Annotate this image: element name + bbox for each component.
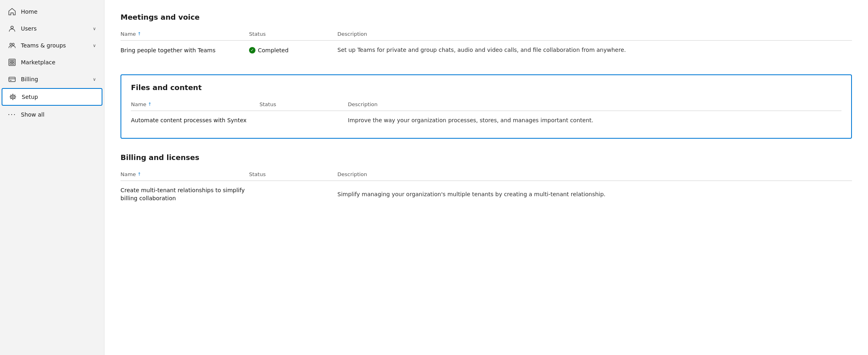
section-files-content: Files and contentName ↑StatusDescription… — [120, 74, 852, 139]
table-header-meetings-voice: Name ↑StatusDescription — [120, 28, 852, 41]
users-chevron-icon: ∨ — [93, 26, 96, 31]
svg-point-1 — [10, 43, 12, 45]
sidebar-item-label-teams-groups: Teams & groups — [21, 42, 88, 49]
col-header-status-meetings-voice: Status — [249, 31, 337, 37]
sort-arrow-icon: ↑ — [148, 102, 151, 107]
sidebar-item-home[interactable]: Home — [2, 4, 102, 20]
sidebar-item-teams-groups[interactable]: Teams & groups∨ — [2, 37, 102, 53]
svg-rect-6 — [10, 63, 12, 64]
table-row-meetings-voice-0[interactable]: Bring people together with TeamsComplete… — [120, 41, 852, 60]
billing-icon — [8, 75, 16, 83]
cell-description-files-content-0: Improve the way your organization proces… — [348, 117, 841, 125]
teams-groups-chevron-icon: ∨ — [93, 43, 96, 48]
cell-name-meetings-voice-0: Bring people together with Teams — [120, 47, 249, 53]
col-header-status-billing-licenses: Status — [249, 171, 337, 177]
col-name-label: Name — [120, 31, 136, 37]
sidebar-item-users[interactable]: Users∨ — [2, 21, 102, 37]
cell-description-meetings-voice-0: Set up Teams for private and group chats… — [337, 46, 852, 54]
section-title-files-content: Files and content — [131, 83, 841, 92]
svg-point-0 — [11, 26, 13, 29]
svg-point-9 — [12, 96, 14, 98]
section-title-meetings-voice: Meetings and voice — [120, 13, 852, 21]
table-header-files-content: Name ↑StatusDescription — [131, 98, 841, 111]
sidebar: HomeUsers∨Teams & groups∨MarketplaceBill… — [0, 0, 104, 355]
billing-chevron-icon: ∨ — [93, 77, 96, 82]
sidebar-item-setup[interactable]: Setup — [2, 88, 102, 106]
setup-icon — [9, 93, 17, 101]
col-name-label: Name — [131, 101, 146, 107]
col-header-name-billing-licenses: Name ↑ — [120, 171, 249, 177]
cell-description-billing-licenses-0: Simplify managing your organization's mu… — [337, 191, 852, 199]
sidebar-item-billing[interactable]: Billing∨ — [2, 71, 102, 87]
sort-arrow-icon: ↑ — [137, 172, 141, 177]
sidebar-item-show-all[interactable]: ···Show all — [2, 107, 102, 123]
completed-status-icon — [249, 47, 255, 53]
section-title-billing-licenses: Billing and licenses — [120, 153, 852, 162]
sidebar-item-label-setup: Setup — [22, 94, 95, 100]
users-icon — [8, 25, 16, 33]
col-header-name-files-content: Name ↑ — [131, 101, 259, 107]
table-row-billing-licenses-0[interactable]: Create multi-tenant relationships to sim… — [120, 181, 852, 208]
col-header-description-meetings-voice: Description — [337, 31, 852, 37]
col-name-label: Name — [120, 171, 136, 177]
status-label: Completed — [258, 47, 288, 53]
teams-groups-icon — [8, 41, 16, 49]
section-meetings-voice: Meetings and voiceName ↑StatusDescriptio… — [120, 13, 852, 60]
svg-rect-5 — [12, 60, 14, 62]
sort-arrow-icon: ↑ — [137, 31, 141, 37]
table-header-billing-licenses: Name ↑StatusDescription — [120, 168, 852, 181]
sidebar-item-marketplace[interactable]: Marketplace — [2, 54, 102, 70]
section-billing-licenses: Billing and licensesName ↑StatusDescript… — [120, 153, 852, 208]
home-icon — [8, 8, 16, 16]
sidebar-item-label-marketplace: Marketplace — [21, 59, 96, 66]
sidebar-item-label-home: Home — [21, 8, 96, 15]
col-header-name-meetings-voice: Name ↑ — [120, 31, 249, 37]
marketplace-icon — [8, 58, 16, 66]
table-row-files-content-0[interactable]: Automate content processes with SyntexIm… — [131, 111, 841, 130]
main-content: Meetings and voiceName ↑StatusDescriptio… — [104, 0, 868, 355]
svg-rect-8 — [9, 77, 15, 82]
col-header-description-billing-licenses: Description — [337, 171, 852, 177]
sidebar-item-label-users: Users — [21, 25, 88, 32]
svg-rect-7 — [12, 63, 14, 64]
col-header-status-files-content: Status — [259, 101, 348, 107]
cell-name-billing-licenses-0: Create multi-tenant relationships to sim… — [120, 187, 249, 202]
sidebar-item-label-show-all: Show all — [21, 111, 96, 118]
cell-name-files-content-0: Automate content processes with Syntex — [131, 117, 259, 123]
col-header-description-files-content: Description — [348, 101, 841, 107]
show-all-icon: ··· — [8, 111, 16, 119]
sidebar-item-label-billing: Billing — [21, 76, 88, 82]
svg-point-2 — [12, 43, 14, 45]
cell-status-meetings-voice-0: Completed — [249, 47, 337, 53]
svg-rect-4 — [10, 60, 12, 62]
